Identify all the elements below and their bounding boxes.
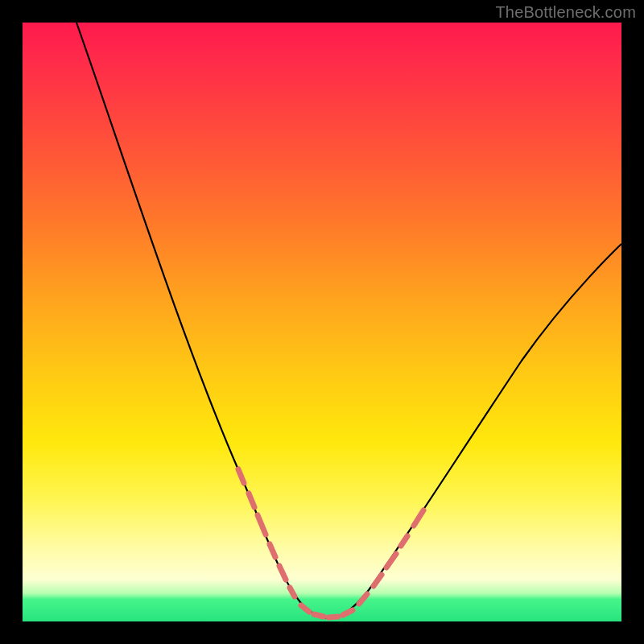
plot-area bbox=[23, 23, 621, 621]
watermark-text: TheBottleneck.com bbox=[495, 3, 636, 22]
bottleneck-curve bbox=[76, 23, 621, 618]
chart-frame: TheBottleneck.com bbox=[0, 0, 644, 644]
chart-svg bbox=[23, 23, 621, 621]
dash-overlay bbox=[238, 469, 423, 617]
